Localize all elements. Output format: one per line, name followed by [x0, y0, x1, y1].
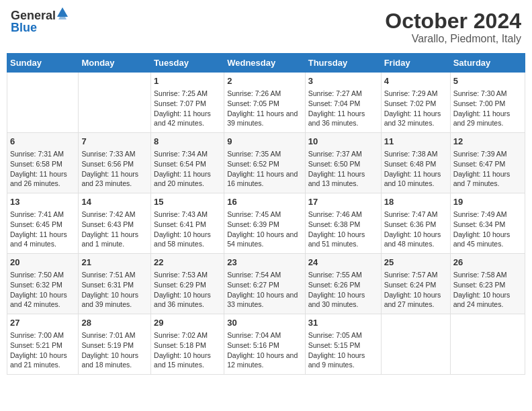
- day-number: 29: [154, 317, 221, 329]
- calendar-cell: 7Sunrise: 7:33 AM Sunset: 6:56 PM Daylig…: [79, 133, 151, 193]
- calendar-cell: 10Sunrise: 7:37 AM Sunset: 6:50 PM Dayli…: [305, 133, 381, 193]
- day-number: 18: [384, 196, 447, 208]
- calendar-cell: 31Sunrise: 7:05 AM Sunset: 5:15 PM Dayli…: [305, 314, 381, 375]
- day-number: 7: [81, 136, 148, 148]
- calendar-cell: [7, 73, 79, 133]
- day-info: Sunrise: 7:02 AM Sunset: 5:18 PM Dayligh…: [154, 330, 221, 370]
- day-info: Sunrise: 7:38 AM Sunset: 6:48 PM Dayligh…: [384, 149, 447, 189]
- header-day-saturday: Saturday: [450, 54, 525, 73]
- calendar-week-row: 6Sunrise: 7:31 AM Sunset: 6:58 PM Daylig…: [7, 133, 525, 193]
- calendar-cell: 26Sunrise: 7:58 AM Sunset: 6:23 PM Dayli…: [450, 254, 525, 314]
- day-number: 26: [453, 257, 522, 269]
- calendar-cell: 23Sunrise: 7:54 AM Sunset: 6:27 PM Dayli…: [224, 254, 306, 314]
- day-info: Sunrise: 7:29 AM Sunset: 7:02 PM Dayligh…: [384, 89, 447, 128]
- calendar-cell: 8Sunrise: 7:34 AM Sunset: 6:54 PM Daylig…: [151, 133, 224, 193]
- day-number: 30: [227, 317, 302, 329]
- location: Varallo, Piedmont, Italy: [385, 33, 521, 45]
- day-number: 24: [308, 257, 378, 269]
- day-number: 4: [384, 75, 447, 87]
- calendar-cell: [79, 73, 151, 133]
- day-number: 6: [10, 136, 75, 148]
- calendar-cell: 24Sunrise: 7:55 AM Sunset: 6:26 PM Dayli…: [305, 254, 381, 314]
- day-info: Sunrise: 7:55 AM Sunset: 6:26 PM Dayligh…: [308, 270, 378, 310]
- calendar-cell: 20Sunrise: 7:50 AM Sunset: 6:32 PM Dayli…: [7, 254, 79, 314]
- calendar-cell: 9Sunrise: 7:35 AM Sunset: 6:52 PM Daylig…: [224, 133, 306, 193]
- calendar-table: SundayMondayTuesdayWednesdayThursdayFrid…: [7, 53, 525, 375]
- day-info: Sunrise: 7:31 AM Sunset: 6:58 PM Dayligh…: [10, 149, 75, 189]
- day-info: Sunrise: 7:35 AM Sunset: 6:52 PM Dayligh…: [227, 149, 302, 189]
- day-number: 19: [453, 196, 522, 208]
- calendar-cell: 25Sunrise: 7:57 AM Sunset: 6:24 PM Dayli…: [381, 254, 450, 314]
- calendar-cell: 29Sunrise: 7:02 AM Sunset: 5:18 PM Dayli…: [151, 314, 224, 375]
- day-info: Sunrise: 7:27 AM Sunset: 7:04 PM Dayligh…: [308, 89, 378, 128]
- calendar-cell: [381, 314, 450, 375]
- logo: General Blue: [11, 9, 68, 34]
- calendar-week-row: 27Sunrise: 7:00 AM Sunset: 5:21 PM Dayli…: [7, 314, 525, 375]
- calendar-cell: 4Sunrise: 7:29 AM Sunset: 7:02 PM Daylig…: [381, 73, 450, 133]
- day-number: 31: [308, 317, 378, 329]
- day-number: 23: [227, 257, 302, 269]
- calendar-cell: [450, 314, 525, 375]
- day-info: Sunrise: 7:49 AM Sunset: 6:34 PM Dayligh…: [453, 210, 522, 249]
- calendar-cell: 1Sunrise: 7:25 AM Sunset: 7:07 PM Daylig…: [151, 73, 224, 133]
- day-info: Sunrise: 7:34 AM Sunset: 6:54 PM Dayligh…: [154, 149, 221, 189]
- day-info: Sunrise: 7:39 AM Sunset: 6:47 PM Dayligh…: [453, 149, 522, 189]
- calendar-week-row: 1Sunrise: 7:25 AM Sunset: 7:07 PM Daylig…: [7, 73, 525, 133]
- calendar-cell: 6Sunrise: 7:31 AM Sunset: 6:58 PM Daylig…: [7, 133, 79, 193]
- day-info: Sunrise: 7:43 AM Sunset: 6:41 PM Dayligh…: [154, 210, 221, 249]
- day-info: Sunrise: 7:05 AM Sunset: 5:15 PM Dayligh…: [308, 330, 378, 370]
- month-title: October 2024: [385, 9, 521, 33]
- day-number: 13: [10, 196, 75, 208]
- header-day-thursday: Thursday: [305, 54, 381, 73]
- day-info: Sunrise: 7:50 AM Sunset: 6:32 PM Dayligh…: [10, 270, 75, 310]
- day-number: 2: [227, 75, 302, 87]
- day-number: 8: [154, 136, 221, 148]
- day-info: Sunrise: 7:33 AM Sunset: 6:56 PM Dayligh…: [81, 149, 148, 189]
- page-header: General Blue October 2024 Varallo, Piedm…: [7, 7, 525, 48]
- day-info: Sunrise: 7:30 AM Sunset: 7:00 PM Dayligh…: [453, 89, 522, 128]
- day-number: 12: [453, 136, 522, 148]
- day-number: 10: [308, 136, 378, 148]
- calendar-cell: 30Sunrise: 7:04 AM Sunset: 5:16 PM Dayli…: [224, 314, 306, 375]
- day-info: Sunrise: 7:04 AM Sunset: 5:16 PM Dayligh…: [227, 330, 302, 370]
- day-number: 11: [384, 136, 447, 148]
- day-number: 21: [81, 257, 148, 269]
- day-info: Sunrise: 7:37 AM Sunset: 6:50 PM Dayligh…: [308, 149, 378, 189]
- header-day-tuesday: Tuesday: [151, 54, 224, 73]
- header-day-wednesday: Wednesday: [224, 54, 306, 73]
- calendar-cell: 2Sunrise: 7:26 AM Sunset: 7:05 PM Daylig…: [224, 73, 306, 133]
- calendar-week-row: 20Sunrise: 7:50 AM Sunset: 6:32 PM Dayli…: [7, 254, 525, 314]
- logo-general-text: General: [11, 9, 56, 21]
- day-number: 3: [308, 75, 378, 87]
- logo-icon: [57, 7, 68, 21]
- calendar-cell: 22Sunrise: 7:53 AM Sunset: 6:29 PM Dayli…: [151, 254, 224, 314]
- day-info: Sunrise: 7:25 AM Sunset: 7:07 PM Dayligh…: [154, 89, 221, 128]
- day-info: Sunrise: 7:26 AM Sunset: 7:05 PM Dayligh…: [227, 89, 302, 128]
- calendar-cell: 13Sunrise: 7:41 AM Sunset: 6:45 PM Dayli…: [7, 193, 79, 254]
- calendar-cell: 16Sunrise: 7:45 AM Sunset: 6:39 PM Dayli…: [224, 193, 306, 254]
- day-number: 14: [81, 196, 148, 208]
- day-info: Sunrise: 7:41 AM Sunset: 6:45 PM Dayligh…: [10, 210, 75, 249]
- day-number: 22: [154, 257, 221, 269]
- header-day-sunday: Sunday: [7, 54, 79, 73]
- calendar-cell: 27Sunrise: 7:00 AM Sunset: 5:21 PM Dayli…: [7, 314, 79, 375]
- day-number: 27: [10, 317, 75, 329]
- day-number: 9: [227, 136, 302, 148]
- calendar-cell: 28Sunrise: 7:01 AM Sunset: 5:19 PM Dayli…: [79, 314, 151, 375]
- calendar-cell: 18Sunrise: 7:47 AM Sunset: 6:36 PM Dayli…: [381, 193, 450, 254]
- day-number: 16: [227, 196, 302, 208]
- day-info: Sunrise: 7:54 AM Sunset: 6:27 PM Dayligh…: [227, 270, 302, 310]
- calendar-header-row: SundayMondayTuesdayWednesdayThursdayFrid…: [7, 54, 525, 73]
- day-info: Sunrise: 7:47 AM Sunset: 6:36 PM Dayligh…: [384, 210, 447, 249]
- day-number: 1: [154, 75, 221, 87]
- day-info: Sunrise: 7:00 AM Sunset: 5:21 PM Dayligh…: [10, 330, 75, 370]
- day-number: 20: [10, 257, 75, 269]
- day-number: 28: [81, 317, 148, 329]
- calendar-week-row: 13Sunrise: 7:41 AM Sunset: 6:45 PM Dayli…: [7, 193, 525, 254]
- calendar-cell: 19Sunrise: 7:49 AM Sunset: 6:34 PM Dayli…: [450, 193, 525, 254]
- calendar-cell: 3Sunrise: 7:27 AM Sunset: 7:04 PM Daylig…: [305, 73, 381, 133]
- day-info: Sunrise: 7:58 AM Sunset: 6:23 PM Dayligh…: [453, 270, 522, 310]
- day-info: Sunrise: 7:46 AM Sunset: 6:38 PM Dayligh…: [308, 210, 378, 249]
- day-number: 25: [384, 257, 447, 269]
- header-day-monday: Monday: [79, 54, 151, 73]
